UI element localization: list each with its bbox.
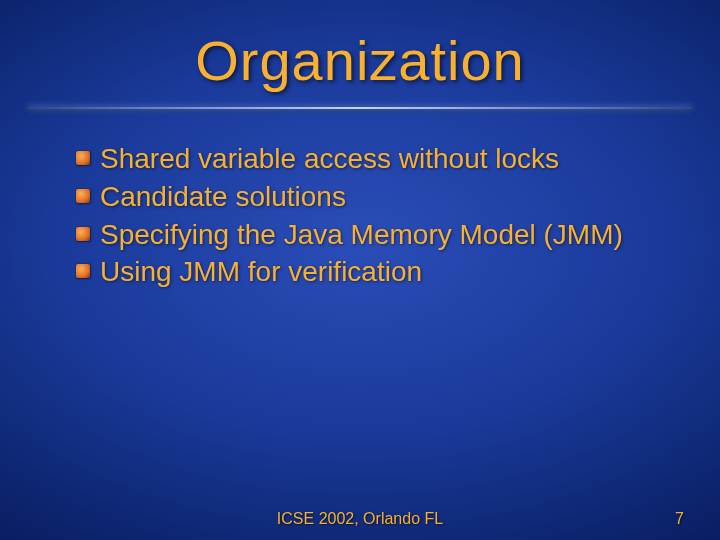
bullet-icon bbox=[76, 189, 90, 203]
bullet-icon bbox=[76, 227, 90, 241]
bullet-icon bbox=[76, 264, 90, 278]
list-item: Specifying the Java Memory Model (JMM) bbox=[100, 217, 660, 253]
list-item-text: Candidate solutions bbox=[100, 181, 346, 212]
bullet-icon bbox=[76, 151, 90, 165]
title-area: Organization bbox=[0, 0, 720, 93]
list-item: Using JMM for verification bbox=[100, 254, 660, 290]
list-item-text: Shared variable access without locks bbox=[100, 143, 559, 174]
list-item-text: Specifying the Java Memory Model (JMM) bbox=[100, 219, 623, 250]
footer-text: ICSE 2002, Orlando FL bbox=[0, 510, 720, 528]
list-item-text: Using JMM for verification bbox=[100, 256, 422, 287]
bullet-list: Shared variable access without locks Can… bbox=[0, 109, 720, 290]
list-item: Shared variable access without locks bbox=[100, 141, 660, 177]
page-number: 7 bbox=[675, 510, 684, 528]
list-item: Candidate solutions bbox=[100, 179, 660, 215]
slide-title: Organization bbox=[0, 28, 720, 93]
